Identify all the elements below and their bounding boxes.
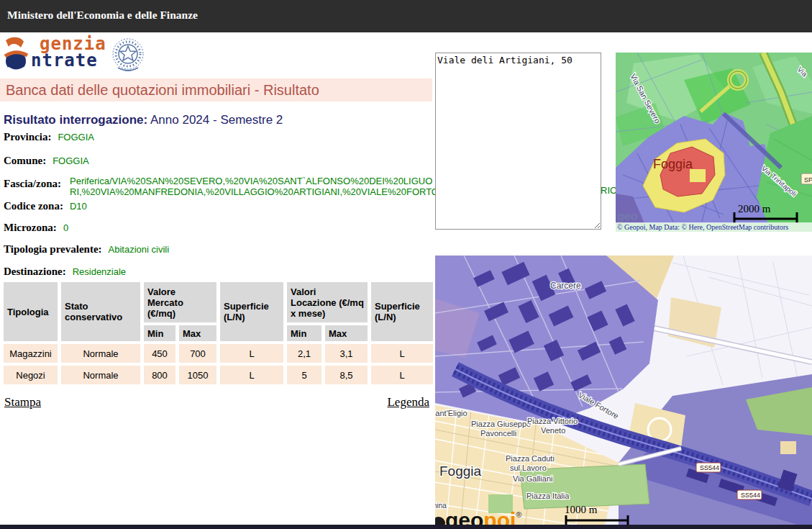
col-header-tipologia: Tipologia	[4, 282, 58, 341]
cell-superficie-1: L	[220, 366, 283, 384]
page-title: Banca dati delle quotazioni immobiliari …	[6, 82, 319, 99]
field-codice-zona: Codice zona: D10	[4, 199, 87, 212]
col-header-stato: Stato conservativo	[61, 282, 140, 341]
map-scale-label: 2000 m	[738, 203, 771, 214]
col-header-valori-locazione: Valori Locazione (€/mq x mese)	[287, 282, 368, 322]
label-sul-lavoro: sul Lavoro	[510, 464, 547, 472]
ministry-bar: Ministero dell'Economia e delle Finanze	[0, 0, 812, 32]
col-header-valore-mercato: Valore Mercato (€/mq)	[144, 282, 216, 322]
cell-locazione-max: 8,5	[325, 366, 368, 384]
cell-tipologia: Negozi	[4, 366, 58, 384]
quotations-table: Tipologia Stato conservativo Valore Merc…	[0, 279, 437, 387]
label-piazza-giuseppe: Piazza Giuseppe	[471, 420, 531, 428]
page-title-bar: Banca dati delle quotazioni immobiliari …	[0, 78, 432, 101]
result-heading-label: Risultato interrogazione:	[4, 113, 147, 127]
label-foggia: Foggia	[439, 464, 482, 479]
map-attribution: © Geopoi, Map Data: © Here, OpenStreetMa…	[617, 223, 788, 231]
city-detail-map[interactable]: Carcere Sant'Eligio Piazza Giuseppe Pavo…	[435, 256, 812, 529]
table-row: Negozi Normale 800 1050 L 5 8,5 L	[4, 366, 433, 384]
svg-text:SS544: SS544	[700, 464, 719, 471]
zone-overview-map[interactable]: Foggia Via San Severo Via Trinitapoli Vi…	[616, 53, 812, 232]
label-piazza-vittorio: Piazza Vittorio	[527, 417, 578, 425]
label-piazza-italia: Piazza Italia	[526, 492, 570, 500]
label-piazza-caduti: Piazza Caduti	[506, 454, 555, 463]
col-header-superficie-2: Superficie (L/N)	[371, 282, 433, 341]
label-veneto: Veneto	[541, 426, 565, 435]
col-header-mercato-max: Max	[179, 325, 216, 341]
microzona-label: Microzona:	[4, 222, 57, 233]
cell-mercato-max: 1050	[179, 366, 216, 384]
microzona-value: 0	[63, 222, 68, 233]
bottom-window-edge	[0, 525, 812, 529]
destinazione-value: Residenziale	[73, 266, 126, 277]
destinazione-label: Destinazione:	[4, 266, 66, 277]
fascia-value: Periferica/VIA%20SAN%20SEVERO,%20VIA%20S…	[70, 176, 441, 197]
republic-emblem-icon	[111, 36, 145, 75]
cell-locazione-min: 5	[287, 366, 321, 384]
cell-mercato-min: 450	[144, 344, 175, 363]
agenzia-logo-icon	[4, 36, 31, 76]
result-heading: Risultato interrogazione: Anno 2024 - Se…	[4, 113, 283, 127]
links-row: Stampa Legenda	[4, 395, 429, 410]
comune-label: Comune:	[4, 155, 46, 166]
map-scale-label: 1000 m	[565, 504, 598, 515]
map-city-label: Foggia	[653, 157, 693, 171]
col-header-locazione-max: Max	[325, 325, 368, 341]
cell-superficie-1: L	[220, 344, 283, 363]
cell-superficie-2: L	[371, 366, 433, 384]
col-header-superficie-1: Superficie (L/N)	[220, 282, 283, 341]
address-textarea[interactable]: Viale deli Artigiani, 50	[435, 53, 601, 230]
tipologia-prevalente-label: Tipologia prevalente:	[4, 243, 102, 255]
fascia-label: Fascia/zona:	[4, 178, 61, 189]
field-tipologia-prevalente: Tipologia prevalente: Abitazioni civili	[4, 243, 169, 256]
label-pavoncelli: Pavoncelli	[480, 429, 516, 438]
label-carcere: Carcere	[550, 281, 581, 291]
field-provincia: Provincia: FOGGIA	[4, 130, 94, 143]
cell-mercato-max: 700	[179, 344, 216, 363]
field-destinazione: Destinazione: Residenziale	[4, 265, 126, 278]
field-fascia-label: Fascia/zona:	[4, 177, 61, 190]
result-heading-value: Anno 2024 - Semestre 2	[150, 113, 283, 127]
ministry-title: Ministero dell'Economia e delle Finanze	[7, 9, 198, 22]
agenzia-logo-text: genzia ntrate	[28, 36, 106, 69]
svg-text:SS544: SS544	[741, 492, 760, 499]
logo-line-ntrate: ntrate	[31, 53, 106, 69]
road-badge-sp: SP	[804, 176, 812, 184]
col-header-locazione-min: Min	[287, 325, 321, 341]
table-row: Magazzini Normale 450 700 L 2,1 3,1 L	[4, 344, 433, 363]
fascia-line2: RI,%20VIA%20MANFREDONIA,%20VILLAGGIO%20A…	[70, 187, 441, 198]
label-sant-eligio: Sant'Eligio	[435, 409, 467, 417]
map-watermark: geo	[617, 210, 638, 222]
codice-zona-value: D10	[70, 201, 87, 212]
cell-tipologia: Magazzini	[4, 344, 58, 363]
cell-superficie-2: L	[371, 344, 433, 363]
col-header-mercato-min: Min	[144, 325, 175, 341]
provincia-label: Provincia:	[4, 131, 51, 143]
field-microzona: Microzona: 0	[4, 221, 68, 234]
fascia-line1: Periferica/VIA%20SAN%20SEVERO,%20VIA%20S…	[70, 176, 441, 187]
field-comune: Comune: FOGGIA	[4, 154, 89, 167]
agenzia-entrate-logo: genzia ntrate	[4, 36, 145, 78]
cell-stato: Normale	[61, 344, 140, 363]
cell-locazione-min: 2,1	[287, 344, 321, 363]
stampa-link[interactable]: Stampa	[4, 395, 41, 410]
provincia-value: FOGGIA	[58, 132, 94, 143]
label-via-galliani: Via Galliani	[513, 474, 552, 483]
comune-value: FOGGIA	[53, 155, 89, 166]
codice-zona-label: Codice zona:	[4, 200, 63, 212]
tipologia-prevalente-value: Abitazioni civili	[109, 244, 170, 255]
legenda-link[interactable]: Legenda	[387, 395, 429, 410]
cell-locazione-max: 3,1	[325, 344, 368, 363]
cell-stato: Normale	[61, 366, 140, 384]
cell-mercato-min: 800	[144, 366, 175, 384]
